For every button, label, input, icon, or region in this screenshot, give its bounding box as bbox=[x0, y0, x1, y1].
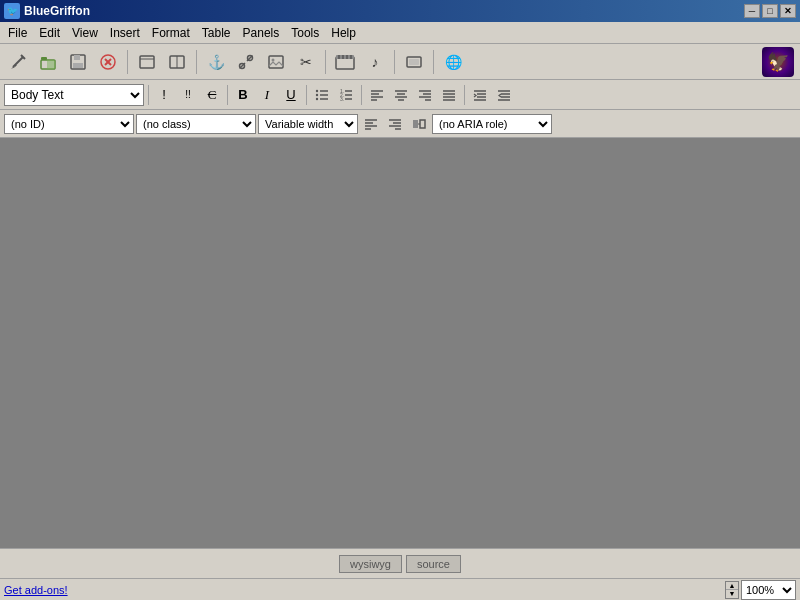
svg-rect-73 bbox=[420, 120, 425, 128]
block-toggle-button[interactable] bbox=[408, 114, 430, 134]
svg-point-30 bbox=[316, 93, 318, 95]
media-button[interactable] bbox=[331, 48, 359, 76]
strikethrough-button[interactable]: C bbox=[201, 84, 223, 106]
zoom-select[interactable]: 50% 75% 100% 125% 150% 200% bbox=[741, 580, 796, 600]
outdent-button[interactable] bbox=[493, 84, 515, 106]
svg-line-0 bbox=[13, 57, 23, 67]
zoom-up-button[interactable]: ▲ bbox=[726, 582, 738, 591]
statusbar: Get add-ons! ▲ ▼ 50% 75% 100% 125% 150% … bbox=[0, 578, 800, 600]
inline-align-right-button[interactable] bbox=[384, 114, 406, 134]
menu-table[interactable]: Table bbox=[196, 24, 237, 42]
aria-role-select[interactable]: (no ARIA role) bbox=[432, 114, 552, 134]
preview-button[interactable] bbox=[133, 48, 161, 76]
anchor-button[interactable]: ⚓ bbox=[202, 48, 230, 76]
align-left-button[interactable] bbox=[366, 84, 388, 106]
zoom-down-button[interactable]: ▼ bbox=[726, 590, 738, 598]
fmt-sep5 bbox=[464, 85, 465, 105]
save-button[interactable] bbox=[64, 48, 92, 76]
globe-button[interactable]: 🌐 bbox=[439, 48, 467, 76]
zoom-area: ▲ ▼ 50% 75% 100% 125% 150% 200% bbox=[725, 580, 796, 600]
inline-align-left-button[interactable] bbox=[360, 114, 382, 134]
sep3 bbox=[325, 50, 326, 74]
fmt-sep3 bbox=[306, 85, 307, 105]
scissors-button[interactable]: ✂ bbox=[292, 48, 320, 76]
get-addons-link[interactable]: Get add-ons! bbox=[4, 584, 68, 596]
element-toolbar: (no ID) (no class) Variable width Fixed … bbox=[0, 110, 800, 138]
svg-rect-12 bbox=[140, 56, 154, 68]
element-id-select[interactable]: (no ID) bbox=[4, 114, 134, 134]
titlebar-controls[interactable]: ─ □ ✕ bbox=[744, 4, 796, 18]
split-button[interactable] bbox=[163, 48, 191, 76]
paragraph-style-select[interactable]: Body Text Heading 1 Heading 2 Heading 3 … bbox=[4, 84, 144, 106]
element-width-select[interactable]: Variable width Fixed width bbox=[258, 114, 358, 134]
close-doc-button[interactable] bbox=[94, 48, 122, 76]
menu-help[interactable]: Help bbox=[325, 24, 362, 42]
view-switcher-bar: wysiwyg source bbox=[0, 548, 800, 578]
maximize-button[interactable]: □ bbox=[762, 4, 778, 18]
unordered-list-button[interactable] bbox=[311, 84, 333, 106]
menu-panels[interactable]: Panels bbox=[237, 24, 286, 42]
app-logo: 🦅 bbox=[760, 47, 796, 77]
main-toolbar: ⚓ ✂ bbox=[0, 44, 800, 80]
align-right-button[interactable] bbox=[414, 84, 436, 106]
svg-rect-72 bbox=[413, 120, 418, 128]
sep4 bbox=[394, 50, 395, 74]
container-button[interactable] bbox=[400, 48, 428, 76]
svg-rect-27 bbox=[409, 59, 419, 65]
underline-button[interactable]: U bbox=[280, 84, 302, 106]
svg-point-19 bbox=[272, 58, 275, 61]
fmt-sep2 bbox=[227, 85, 228, 105]
titlebar-left: 🐦 BlueGriffon bbox=[4, 3, 90, 19]
indent-button[interactable] bbox=[469, 84, 491, 106]
fmt-sep1 bbox=[148, 85, 149, 105]
wysiwyg-view-button[interactable]: wysiwyg bbox=[339, 555, 402, 573]
open-button[interactable] bbox=[34, 48, 62, 76]
editor-canvas[interactable] bbox=[0, 138, 800, 548]
fmt-sep4 bbox=[361, 85, 362, 105]
svg-point-28 bbox=[316, 89, 318, 91]
zoom-spinner[interactable]: ▲ ▼ bbox=[725, 581, 739, 599]
italic-button[interactable]: I bbox=[256, 84, 278, 106]
menu-file[interactable]: File bbox=[2, 24, 33, 42]
menu-view[interactable]: View bbox=[66, 24, 104, 42]
svg-rect-8 bbox=[73, 63, 83, 68]
logo-image: 🦅 bbox=[762, 47, 794, 77]
audio-button[interactable]: ♪ bbox=[361, 48, 389, 76]
app-title: BlueGriffon bbox=[24, 4, 90, 18]
svg-point-32 bbox=[316, 97, 318, 99]
nonbreaking-button[interactable]: ! bbox=[153, 84, 175, 106]
align-center-button[interactable] bbox=[390, 84, 412, 106]
app-icon: 🐦 bbox=[4, 3, 20, 19]
ordered-list-button[interactable]: 1. 2. 3. bbox=[335, 84, 357, 106]
svg-text:3.: 3. bbox=[340, 96, 344, 102]
titlebar: 🐦 BlueGriffon ─ □ ✕ bbox=[0, 0, 800, 22]
minimize-button[interactable]: ─ bbox=[744, 4, 760, 18]
sep1 bbox=[127, 50, 128, 74]
image-button[interactable] bbox=[262, 48, 290, 76]
nonbreaking2-button[interactable]: !! bbox=[177, 84, 199, 106]
format-toolbar: Body Text Heading 1 Heading 2 Heading 3 … bbox=[0, 80, 800, 110]
menubar: File Edit View Insert Format Table Panel… bbox=[0, 22, 800, 44]
svg-rect-18 bbox=[269, 56, 283, 68]
menu-edit[interactable]: Edit bbox=[33, 24, 66, 42]
sep5 bbox=[433, 50, 434, 74]
svg-rect-5 bbox=[47, 60, 55, 69]
menu-format[interactable]: Format bbox=[146, 24, 196, 42]
new-button[interactable] bbox=[4, 48, 32, 76]
sep2 bbox=[196, 50, 197, 74]
element-class-select[interactable]: (no class) bbox=[136, 114, 256, 134]
link-button[interactable] bbox=[232, 48, 260, 76]
svg-rect-7 bbox=[74, 55, 80, 60]
justify-button[interactable] bbox=[438, 84, 460, 106]
menu-insert[interactable]: Insert bbox=[104, 24, 146, 42]
bold-button[interactable]: B bbox=[232, 84, 254, 106]
svg-rect-4 bbox=[41, 57, 47, 60]
menu-tools[interactable]: Tools bbox=[285, 24, 325, 42]
close-button[interactable]: ✕ bbox=[780, 4, 796, 18]
source-view-button[interactable]: source bbox=[406, 555, 461, 573]
